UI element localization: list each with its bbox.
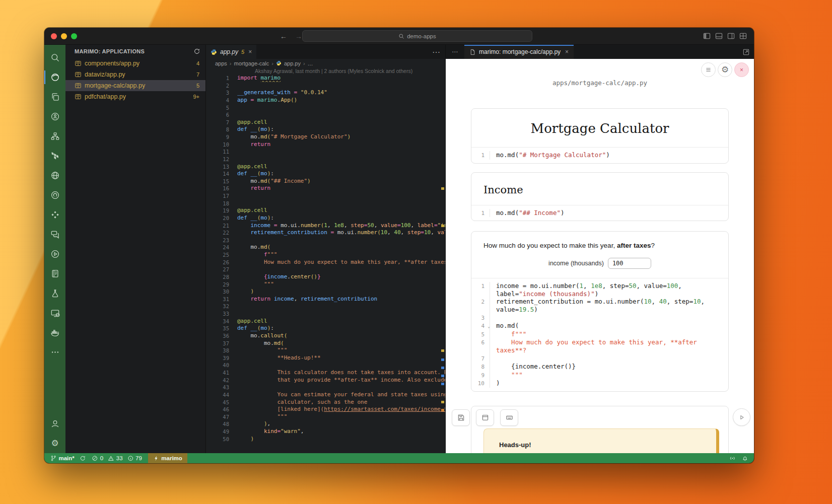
comments-icon[interactable] xyxy=(44,225,65,244)
close-window-button[interactable] xyxy=(51,33,57,39)
overview-ruler[interactable] xyxy=(440,67,445,453)
broadcast-icon[interactable] xyxy=(729,455,736,462)
code-line[interactable]: 20def __(mo): xyxy=(206,214,445,222)
layout-sidebar-left-icon[interactable] xyxy=(703,32,711,40)
code-line[interactable]: 24 mo.md( xyxy=(206,244,445,251)
code-line[interactable]: 28 {income.center()} xyxy=(206,273,445,281)
code-line[interactable]: 35def __(mo): xyxy=(206,325,445,332)
sidebar-file-pdfchat-app-py[interactable]: pdfchat/app.py9+ xyxy=(65,91,205,102)
code-line[interactable]: 11 xyxy=(206,148,445,156)
code-line[interactable]: 3__generated_with = "0.0.14" xyxy=(206,89,445,97)
code-line[interactable]: 1import marimo xyxy=(206,75,445,82)
code-line[interactable]: 14def __(mo): xyxy=(206,170,445,178)
code-line[interactable]: 4app = marimo.App() xyxy=(206,97,445,104)
marimo-server-status[interactable]: marimo xyxy=(148,453,187,463)
code-line[interactable]: 26 How much do you expect to make this y… xyxy=(206,259,445,266)
history-back-button[interactable]: ← xyxy=(280,32,287,40)
code-line[interactable]: 29 """ xyxy=(206,281,445,289)
remote-monitor-icon[interactable] xyxy=(44,303,65,323)
code-line[interactable]: 40 xyxy=(206,362,445,369)
keyboard-shortcuts-button[interactable] xyxy=(500,409,518,426)
fold-icon[interactable]: ⌄ xyxy=(488,323,490,331)
breadcrumb-item[interactable]: apps xyxy=(215,60,227,66)
code-line[interactable]: 2 xyxy=(206,82,445,90)
code-line[interactable]: 8def __(mo): xyxy=(206,126,445,133)
menu-button[interactable] xyxy=(701,62,716,77)
command-center-search[interactable]: demo-apps xyxy=(302,30,532,42)
code-line[interactable]: 45 calculator, such as the one xyxy=(206,399,445,406)
code-line[interactable]: 39 **Heads-up!** xyxy=(206,354,445,362)
layout-panel-icon[interactable] xyxy=(715,32,723,40)
code-line[interactable]: 23 xyxy=(206,237,445,244)
code-line[interactable]: 9 mo.md("# Mortgage Calculator") xyxy=(206,133,445,141)
code-line[interactable]: 36 mo.callout( xyxy=(206,332,445,340)
save-button[interactable] xyxy=(452,409,470,426)
code-line[interactable]: 37 mo.md( xyxy=(206,340,445,347)
code-line[interactable]: 47 """ xyxy=(206,413,445,421)
code-line[interactable]: 38 """ xyxy=(206,347,445,354)
cell-code[interactable]: 1income = mo.ui.number(1, 1e8, step=50, … xyxy=(471,278,728,391)
income-input[interactable] xyxy=(608,258,651,269)
cell-code[interactable]: 1mo.md("# Mortgage Calculator") xyxy=(471,147,728,163)
marimo-icon[interactable] xyxy=(44,67,65,87)
tab-marimo-preview[interactable]: marimo: mortgage-calc/app.py × xyxy=(464,45,574,59)
code-line[interactable]: 46 [linked here](https://smartasset.com/… xyxy=(206,406,445,413)
org-chart-icon[interactable] xyxy=(44,126,65,146)
breadcrumb[interactable]: apps › mortgage-calc › app.py › … xyxy=(206,59,445,67)
code-line[interactable]: 19@app.cell xyxy=(206,207,445,214)
code-line[interactable]: 43 xyxy=(206,384,445,391)
code-line[interactable]: 7@app.cell xyxy=(206,119,445,126)
more-actions-icon[interactable]: ⋯ xyxy=(432,47,440,57)
close-icon[interactable]: × xyxy=(248,48,252,55)
code-line[interactable]: 42 that you provide **after-tax** income… xyxy=(206,377,445,384)
breadcrumb-item[interactable]: app.py xyxy=(284,60,301,66)
code-line[interactable]: 25 f""" xyxy=(206,251,445,259)
code-line[interactable]: 32 xyxy=(206,303,445,310)
code-line[interactable]: 13@app.cell xyxy=(206,163,445,171)
code-line[interactable]: 50 ) xyxy=(206,436,445,443)
copy-icon[interactable] xyxy=(44,87,65,107)
code-line[interactable]: 44 You can estimate your federal and sta… xyxy=(206,391,445,399)
code-line[interactable]: 48 ), xyxy=(206,420,445,428)
close-icon[interactable]: × xyxy=(565,48,569,55)
settings-icon[interactable]: ⚙ xyxy=(44,434,65,453)
code-line[interactable]: 31 return income, retirement_contributio… xyxy=(206,296,445,303)
run-app-button[interactable] xyxy=(733,408,750,426)
open-external-icon[interactable] xyxy=(742,48,750,56)
panel-button[interactable] xyxy=(476,409,494,426)
tab-app-py[interactable]: app.py 5 × xyxy=(206,45,256,59)
code-line[interactable]: 15 mo.md("## Income") xyxy=(206,178,445,185)
code-editor[interactable]: Akshay Agrawal, last month | 2 authors (… xyxy=(206,67,445,453)
code-line[interactable]: 12 xyxy=(206,156,445,163)
code-line[interactable]: 18 xyxy=(206,200,445,207)
run-circle-icon[interactable] xyxy=(44,244,65,264)
layout-customize-icon[interactable] xyxy=(739,32,747,40)
pieces-icon[interactable] xyxy=(44,205,65,225)
branch-status[interactable]: main* xyxy=(50,455,86,462)
github-icon[interactable] xyxy=(44,185,65,205)
refresh-icon[interactable] xyxy=(193,48,200,55)
shutdown-close-button[interactable]: × xyxy=(734,62,749,77)
settings-gear-button[interactable]: ⚙ xyxy=(718,62,732,77)
code-line[interactable]: 41 This calculator does not take taxes i… xyxy=(206,369,445,377)
code-line[interactable]: 49 kind="warn", xyxy=(206,428,445,436)
code-line[interactable]: 17 xyxy=(206,192,445,200)
history-forward-button[interactable]: → xyxy=(295,32,302,40)
code-line[interactable]: 30 ) xyxy=(206,288,445,296)
docker-icon[interactable] xyxy=(44,323,65,342)
breadcrumb-item[interactable]: … xyxy=(308,60,313,66)
more-actions-icon[interactable]: ⋯ xyxy=(446,45,464,59)
search-icon[interactable] xyxy=(44,48,65,67)
more-icon[interactable] xyxy=(44,342,65,362)
code-line[interactable]: 21 income = mo.ui.number(1, 1e8, step=50… xyxy=(206,222,445,230)
run-profile-icon[interactable] xyxy=(44,107,65,126)
code-line[interactable]: 33 xyxy=(206,310,445,318)
code-line[interactable]: 34@app.cell xyxy=(206,318,445,325)
sidebar-file-components-app-py[interactable]: components/app.py4 xyxy=(65,58,205,69)
notebook-icon[interactable] xyxy=(44,264,65,283)
sidebar-file-dataviz-app-py[interactable]: dataviz/app.py7 xyxy=(65,69,205,80)
sidebar-file-mortgage-calc-app-py[interactable]: mortgage-calc/app.py5 xyxy=(65,80,205,91)
cell-code[interactable]: 1mo.md("## Income") xyxy=(471,205,728,221)
test-beaker-icon[interactable] xyxy=(44,283,65,303)
zoom-window-button[interactable] xyxy=(71,33,77,39)
